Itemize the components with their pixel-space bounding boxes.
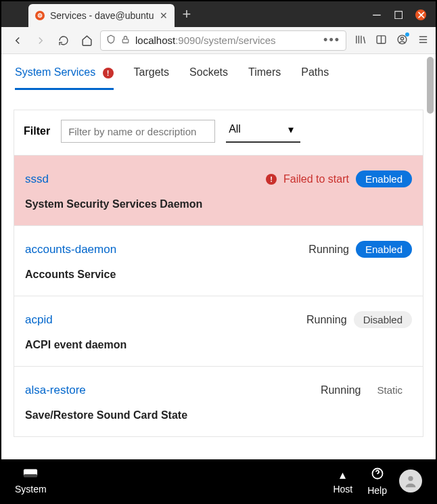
reload-button[interactable]	[54, 31, 73, 50]
status-text: Running	[306, 314, 347, 326]
maximize-icon[interactable]: ☐	[394, 10, 403, 20]
service-row[interactable]: alsa-restoreRunningStaticSave/Restore So…	[14, 366, 423, 436]
filter-input[interactable]	[61, 120, 215, 143]
page-content: System Services ! Targets Sockets Timers…	[1, 54, 436, 459]
section-tabs: System Services ! Targets Sockets Timers…	[1, 54, 436, 91]
status-text: Failed to start	[283, 173, 349, 185]
svg-point-3	[400, 37, 403, 39]
help-icon	[371, 467, 384, 484]
alert-icon: !	[103, 68, 114, 78]
filter-row: Filter All ▾	[14, 110, 423, 155]
library-icon[interactable]	[354, 34, 366, 47]
status-text: Running	[321, 384, 361, 396]
avatar[interactable]	[399, 469, 422, 492]
menu-icon[interactable]	[417, 34, 429, 47]
state-badge: Disabled	[354, 311, 412, 328]
service-name[interactable]: alsa-restore	[25, 384, 86, 397]
svg-rect-0	[122, 39, 129, 42]
service-description: System Security Services Daemon	[25, 198, 412, 210]
browser-titlebar: ⚙ Services - dave@ubuntu ✕ + ─ ☐ ✕	[1, 1, 436, 27]
lock-icon[interactable]	[121, 35, 130, 46]
service-name[interactable]: accounts-daemon	[25, 243, 116, 256]
close-window-icon[interactable]: ✕	[415, 9, 426, 20]
service-row[interactable]: acpidRunningDisabledACPI event daemon	[14, 296, 423, 366]
reader-icon[interactable]	[375, 34, 387, 47]
bottom-bar: System ▴ Host Help	[1, 459, 436, 503]
bottom-host[interactable]: ▴ Host	[333, 467, 352, 495]
state-badge: Enabled	[356, 170, 412, 187]
close-tab-icon[interactable]: ✕	[160, 10, 168, 21]
tab-title: Services - dave@ubuntu	[50, 10, 154, 21]
chevron-down-icon: ▾	[288, 123, 294, 136]
minimize-icon[interactable]: ─	[372, 10, 382, 20]
back-button[interactable]	[8, 31, 27, 50]
service-name[interactable]: sssd	[25, 173, 49, 186]
shield-icon[interactable]	[106, 35, 116, 46]
window-controls: ─ ☐ ✕	[363, 9, 436, 27]
error-icon: !	[266, 174, 277, 185]
account-icon[interactable]	[396, 34, 408, 47]
ubuntu-favicon-icon: ⚙	[35, 11, 45, 20]
svg-point-7	[408, 476, 413, 481]
filter-label: Filter	[24, 125, 50, 137]
service-row[interactable]: accounts-daemonRunningEnabledAccounts Se…	[14, 225, 423, 296]
tab-targets[interactable]: Targets	[134, 66, 169, 90]
drive-icon	[23, 468, 38, 482]
service-name[interactable]: acpid	[25, 313, 53, 327]
state-badge: Static	[367, 382, 412, 398]
service-description: Save/Restore Sound Card State	[25, 409, 412, 421]
state-badge: Enabled	[356, 241, 412, 258]
service-description: Accounts Service	[25, 269, 412, 281]
service-row[interactable]: sssd!Failed to startEnabledSystem Securi…	[14, 155, 423, 225]
new-tab-button[interactable]: +	[175, 5, 200, 27]
browser-tab[interactable]: ⚙ Services - dave@ubuntu ✕	[28, 4, 175, 27]
url-text: localhost:9090/system/services	[135, 35, 276, 46]
tab-paths[interactable]: Paths	[301, 66, 329, 90]
tab-system-services[interactable]: System Services !	[15, 66, 114, 90]
page-actions-icon[interactable]: •••	[323, 33, 340, 47]
svg-rect-5	[24, 474, 37, 477]
tab-timers[interactable]: Timers	[248, 66, 281, 90]
bottom-system[interactable]: System	[15, 468, 47, 495]
forward-button[interactable]	[31, 31, 50, 50]
filter-select[interactable]: All ▾	[226, 120, 300, 143]
services-card: Filter All ▾ sssd!Failed to startEnabled…	[14, 110, 423, 437]
chevron-up-icon: ▴	[340, 467, 346, 482]
service-description: ACPI event daemon	[25, 339, 412, 351]
home-button[interactable]	[77, 31, 96, 50]
url-bar[interactable]: localhost:9090/system/services •••	[100, 30, 346, 51]
status-text: Running	[308, 244, 349, 256]
browser-toolbar: localhost:9090/system/services •••	[1, 27, 436, 54]
bottom-help[interactable]: Help	[367, 467, 387, 496]
scrollbar[interactable]	[427, 57, 434, 114]
tab-sockets[interactable]: Sockets	[189, 66, 228, 90]
